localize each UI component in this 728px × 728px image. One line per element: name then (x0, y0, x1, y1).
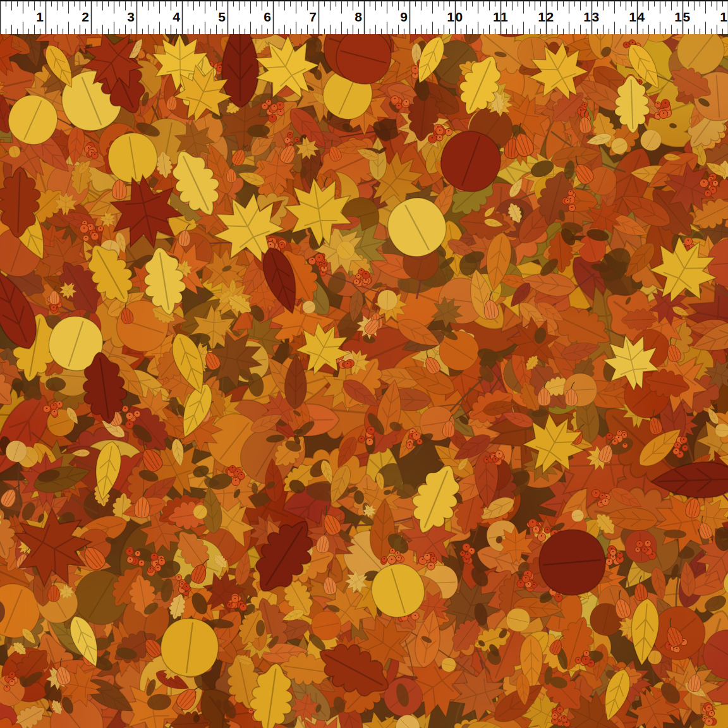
svg-text:3: 3 (127, 9, 135, 24)
svg-text:14: 14 (629, 9, 645, 24)
svg-text:15: 15 (674, 9, 691, 24)
svg-text:8: 8 (355, 9, 362, 24)
svg-text:5: 5 (218, 9, 226, 24)
svg-text:16: 16 (720, 9, 728, 24)
svg-text:13: 13 (583, 9, 600, 24)
svg-text:2: 2 (82, 9, 89, 24)
svg-text:4: 4 (173, 9, 180, 24)
svg-text:11: 11 (493, 9, 509, 24)
svg-text:1: 1 (36, 9, 44, 24)
svg-text:10: 10 (447, 9, 463, 24)
svg-text:6: 6 (264, 9, 271, 24)
svg-text:7: 7 (309, 9, 317, 24)
svg-text:12: 12 (538, 9, 554, 24)
svg-text:9: 9 (400, 9, 408, 24)
